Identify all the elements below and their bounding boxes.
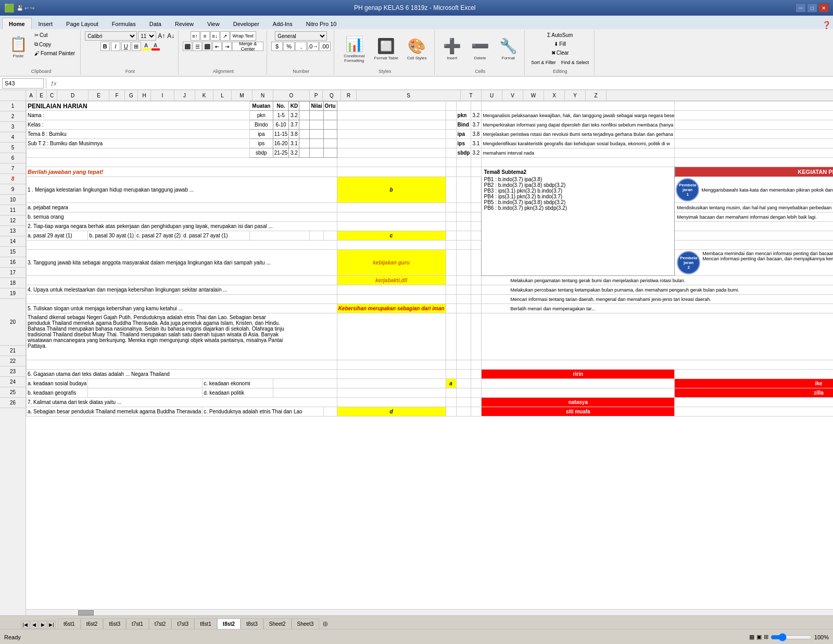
col-header-i[interactable]: I [151, 90, 174, 100]
cell-o4[interactable] [337, 130, 446, 139]
conditional-formatting-button[interactable]: 📊 Conditional Formatting [338, 33, 370, 65]
cell-q22[interactable] [456, 370, 471, 379]
cell-q3[interactable]: Bind [456, 120, 471, 130]
cell-r25[interactable] [471, 398, 482, 407]
cell-o11[interactable] [337, 212, 446, 222]
underline-button[interactable]: U [121, 42, 131, 51]
cell-a21[interactable] [27, 360, 337, 370]
cell-p21[interactable] [446, 360, 456, 370]
font-color-button[interactable]: A [152, 43, 160, 50]
cell-a11[interactable]: b. semua orang [27, 212, 337, 222]
cell-s3[interactable]: Memperkirakan informasi yang dapat diper… [482, 120, 675, 130]
cell-i3[interactable]: Bindo [249, 120, 273, 130]
cell-o16[interactable]: kerjabakti,dll [337, 276, 446, 285]
cell-n26[interactable] [323, 407, 337, 416]
cell-a18[interactable] [27, 295, 337, 304]
insert-button[interactable]: ➕ Insert [439, 33, 465, 65]
cell-m1[interactable]: Nilai [310, 102, 323, 111]
page-layout-icon[interactable]: ▣ [756, 634, 762, 640]
cell-l3[interactable] [299, 120, 310, 130]
cell-t12-onward[interactable] [675, 222, 833, 231]
cell-a3[interactable]: Kelas : [27, 120, 250, 130]
cell-a23[interactable]: a. keadaan sosial budaya [27, 379, 88, 388]
close-button[interactable]: ✕ [818, 3, 829, 12]
wrap-text-button[interactable]: Wrap Text [230, 31, 256, 41]
cell-a19[interactable]: 5. Tuliskan slogan untuk menjaga kebersi… [27, 304, 337, 313]
cell-s21-onward[interactable] [482, 360, 833, 370]
cell-q10[interactable] [456, 203, 471, 212]
col-header-p[interactable]: P [310, 90, 323, 100]
cell-s25[interactable]: natasya [482, 398, 675, 407]
cell-r8[interactable] [471, 167, 482, 177]
tab-formulas[interactable]: Formulas [105, 18, 143, 29]
cell-d13[interactable]: d. pasal 27 ayat (1) [182, 231, 250, 241]
row-header-16[interactable]: 16 [0, 257, 26, 268]
cell-p3[interactable] [446, 120, 456, 130]
cell-t2-onward[interactable] [675, 111, 833, 120]
row-header-10[interactable]: 10 [0, 195, 26, 205]
cell-q17[interactable] [456, 285, 471, 295]
cell-o5[interactable] [337, 139, 446, 148]
col-header-f[interactable]: F [109, 90, 125, 100]
cell-j23[interactable] [273, 379, 337, 388]
col-header-k[interactable]: K [195, 90, 213, 100]
col-header-g[interactable]: G [125, 90, 138, 100]
cell-r2[interactable]: 3.2 [471, 111, 482, 120]
cell-m5[interactable] [310, 139, 323, 148]
format-painter-button[interactable]: 🖌 Format Painter [32, 49, 77, 57]
format-button[interactable]: 🔧 Format [495, 33, 521, 65]
cell-r11[interactable] [471, 212, 482, 222]
zoom-slider[interactable] [771, 633, 812, 641]
cell-s1[interactable] [482, 102, 675, 111]
col-header-n[interactable]: N [253, 90, 273, 100]
decrease-indent-button[interactable]: ⇤ [212, 42, 222, 51]
cell-o24[interactable] [446, 388, 456, 398]
cell-q26[interactable] [456, 407, 471, 416]
row-header-12[interactable]: 12 [0, 216, 26, 226]
row-header-19[interactable]: 19 [0, 288, 26, 299]
cell-q6[interactable]: sbdp [456, 148, 471, 158]
col-header-u[interactable]: U [482, 90, 502, 100]
cell-n13[interactable] [323, 231, 337, 241]
col-header-a[interactable]: A [26, 90, 36, 100]
number-format-select[interactable]: General [275, 31, 327, 41]
cell-o23[interactable]: a [446, 379, 456, 388]
cell-j3[interactable]: 6-10 [273, 120, 289, 130]
cell-s22[interactable]: ririn [482, 370, 675, 379]
cell-m3[interactable] [310, 120, 323, 130]
sheet-tab-sheet2[interactable]: Sheet2 [263, 618, 292, 629]
cell-r4[interactable]: 3.8 [471, 130, 482, 139]
cell-b13[interactable]: b. pasal 30 ayat (1) [88, 231, 135, 241]
sheet-tab-t6st2[interactable]: t6st2 [81, 618, 104, 629]
copy-button[interactable]: ⧉ Copy [32, 40, 77, 48]
sheet-tab-sheet3[interactable]: Sheet3 [292, 618, 320, 629]
paste-button[interactable]: 📋 Paste [5, 31, 31, 62]
cell-o22[interactable] [337, 370, 446, 379]
col-header-z[interactable]: Z [586, 90, 607, 100]
cell-k4[interactable]: 3.8 [289, 130, 299, 139]
sort-filter-button[interactable]: Sort & Filter [529, 59, 558, 66]
sheet-tab-t7st3[interactable]: t7st3 [171, 618, 194, 629]
row-header-21[interactable]: 21 [0, 346, 26, 356]
row-header-18[interactable]: 18 [0, 278, 26, 288]
row-header-4[interactable]: 4 [0, 132, 26, 143]
cell-q23[interactable] [471, 379, 482, 388]
cell-n3[interactable] [323, 120, 337, 130]
cell-q5[interactable]: ips [456, 139, 471, 148]
cell-s7[interactable] [482, 158, 675, 167]
cell-a26[interactable]: a. Sebagian besar penduduk Thailand meme… [27, 407, 203, 416]
formula-input[interactable] [61, 80, 831, 86]
tab-view[interactable]: View [200, 18, 226, 29]
format-table-button[interactable]: 🔲 Format Table [372, 33, 400, 65]
cell-q8[interactable] [456, 167, 471, 177]
cell-a1[interactable]: PENILAIAN HARIAN [27, 102, 250, 111]
cell-p22[interactable] [446, 370, 456, 379]
font-size-select[interactable]: 11 [138, 31, 156, 41]
cell-t25-onward[interactable] [675, 398, 833, 407]
row-header-24[interactable]: 24 [0, 377, 26, 387]
cell-styles-button[interactable]: 🎨 Cell Styles [402, 33, 431, 65]
col-header-j[interactable]: J [174, 90, 195, 100]
cell-c24[interactable]: d. keadaan politik [203, 388, 273, 398]
decrease-decimal-button[interactable]: .0→ [307, 42, 319, 51]
cell-a13[interactable]: a. pasal 29 ayat (1) [27, 231, 88, 241]
